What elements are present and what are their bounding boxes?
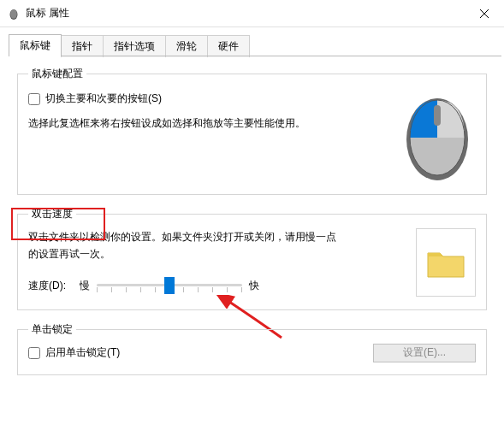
- tab-pointer[interactable]: 指针: [61, 35, 104, 57]
- tab-wheel[interactable]: 滑轮: [165, 35, 208, 57]
- slider-thumb[interactable]: [164, 277, 175, 294]
- tab-mouse-buttons[interactable]: 鼠标键: [9, 34, 62, 56]
- svg-point-1: [10, 9, 17, 18]
- speed-fast-label: 快: [249, 279, 259, 293]
- doubleclick-test-folder[interactable]: [416, 228, 476, 297]
- swap-buttons-checkbox-label[interactable]: 切换主要和次要的按钮(S): [28, 91, 399, 106]
- svg-rect-6: [434, 105, 441, 126]
- group-doubleclick-speed: 双击速度 双击文件夹以检测你的设置。如果文件夹没打开或关闭，请用慢一点的设置再试…: [17, 207, 487, 310]
- tab-bar: 鼠标键 指针 指针选项 滑轮 硬件: [0, 27, 504, 56]
- clicklock-settings-button: 设置(E)...: [373, 344, 476, 362]
- clicklock-checkbox[interactable]: [28, 347, 40, 359]
- group-button-config: 鼠标键配置 切换主要和次要的按钮(S) 选择此复选框来将右按钮设成如选择和拖放等…: [17, 67, 487, 195]
- swap-buttons-desc: 选择此复选框来将右按钮设成如选择和拖放等主要性能使用。: [28, 115, 336, 132]
- swap-buttons-checkbox[interactable]: [28, 93, 40, 105]
- group-click-lock: 单击锁定 启用单击锁定(T) 设置(E)...: [17, 322, 487, 375]
- window-title: 鼠标 属性: [26, 6, 69, 21]
- tab-content: 鼠标键配置 切换主要和次要的按钮(S) 选择此复选框来将右按钮设成如选择和拖放等…: [0, 56, 504, 375]
- clicklock-checkbox-label[interactable]: 启用单击锁定(T): [28, 345, 120, 360]
- doubleclick-desc: 双击文件夹以检测你的设置。如果文件夹没打开或关闭，请用慢一点的设置再试一次。: [28, 228, 336, 263]
- legend-doubleclick: 双击速度: [28, 207, 76, 221]
- close-button[interactable]: [465, 0, 504, 27]
- tab-pointer-options[interactable]: 指针选项: [103, 35, 166, 57]
- tab-hardware[interactable]: 硬件: [207, 35, 250, 57]
- legend-button-config: 鼠标键配置: [28, 67, 86, 81]
- mouse-illustration: [399, 88, 476, 182]
- speed-slow-label: 慢: [80, 279, 90, 293]
- mouse-icon: [7, 7, 21, 21]
- speed-label: 速度(D):: [28, 279, 66, 293]
- doubleclick-speed-slider[interactable]: [97, 275, 242, 297]
- legend-clicklock: 单击锁定: [28, 322, 76, 337]
- titlebar: 鼠标 属性: [0, 0, 504, 27]
